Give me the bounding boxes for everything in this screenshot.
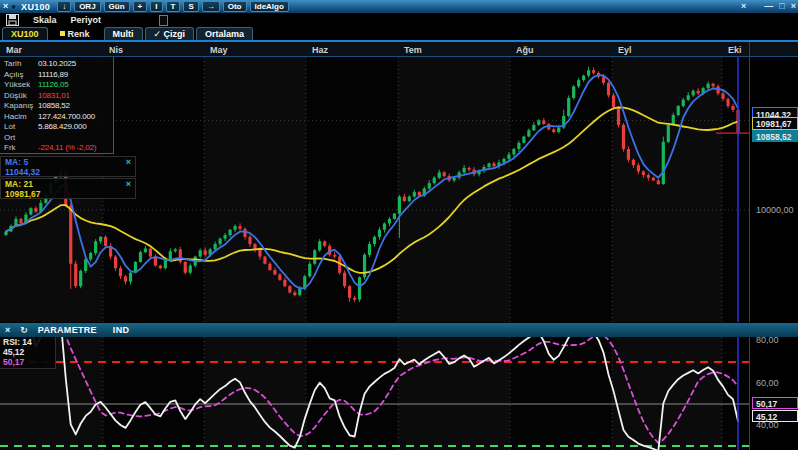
tab-cizgi[interactable]: ✓ Çizgi xyxy=(145,27,195,40)
tab-ortalama[interactable]: Ortalama xyxy=(196,27,253,40)
oto-button[interactable]: Oto xyxy=(223,1,247,12)
window-controls: × — □ × xyxy=(741,0,796,13)
ma-close-icon[interactable]: × xyxy=(126,179,131,189)
month-label-nis: Nis xyxy=(109,45,123,55)
tooltip-value: 11116,89 xyxy=(38,70,68,81)
refresh-icon[interactable]: ↻ xyxy=(20,325,28,335)
tooltip-label: Tarih xyxy=(4,59,21,70)
month-label-tem: Tem xyxy=(404,45,422,55)
i-button[interactable]: I xyxy=(150,1,162,12)
tooltip-label: Ort xyxy=(4,133,15,144)
rsi-title: RSI: 14 xyxy=(0,337,55,347)
tooltip-value: 11126,05 xyxy=(38,80,69,91)
tooltip-label: Lot xyxy=(4,122,15,133)
rsi-mov-value: 50,17 xyxy=(0,357,55,367)
rsi-chart-canvas[interactable] xyxy=(0,337,749,450)
month-label-may: May xyxy=(210,45,228,55)
close-button[interactable]: × xyxy=(791,1,796,12)
tooltip-value: 127.424.700.000 xyxy=(38,112,95,123)
ma-legend-box: MA: 5×11044,32 xyxy=(0,156,136,177)
tooltip-row: Açılış11116,89 xyxy=(0,70,113,81)
month-label-ağu: Ağu xyxy=(516,45,534,55)
ma-value: 10981,67 xyxy=(5,189,40,199)
tooltip-label: Kapanış xyxy=(4,101,33,112)
tooltip-row: Düşük10831,01 xyxy=(0,91,113,102)
right-arrow-button[interactable]: → xyxy=(202,1,220,12)
menu-skala[interactable]: Skala xyxy=(33,15,57,25)
menu-empty-box[interactable] xyxy=(159,15,168,26)
color-swatch-icon xyxy=(60,31,65,36)
month-label-haz: Haz xyxy=(312,45,328,55)
tooltip-value: 5.868.429.000 xyxy=(38,122,87,133)
rsi-axis-label: 80,00 xyxy=(756,335,779,345)
dot-icon: ● xyxy=(11,1,16,12)
s-button[interactable]: S xyxy=(183,1,198,12)
tab-xu100[interactable]: XU100 xyxy=(2,27,48,40)
tooltip-label: Açılış xyxy=(4,70,24,81)
rsi-tag: 45,12 xyxy=(752,410,798,422)
ma-value: 11044,32 xyxy=(5,167,40,177)
tab-multi[interactable]: Multi xyxy=(104,27,143,40)
minimize-button[interactable]: — xyxy=(764,1,773,12)
menu-row: Skala Periyot xyxy=(0,13,798,27)
renk-control[interactable]: Renk xyxy=(60,27,90,40)
indicator-menu-parametre[interactable]: PARAMETRE xyxy=(38,325,97,335)
renk-label: Renk xyxy=(68,29,90,39)
save-icon[interactable] xyxy=(6,14,19,26)
tooltip-row: Ort xyxy=(0,133,113,144)
rsi-value: 45,12 xyxy=(0,347,55,357)
tooltip-value: 10831,01 xyxy=(38,91,70,102)
panel-close-icon[interactable]: × xyxy=(3,1,8,12)
indicator-panel-header: × ↻ PARAMETREIND xyxy=(0,323,798,337)
price-axis-label: 10000,00 xyxy=(756,205,794,215)
window-titlebar: × ● XU100 ↓ORJGün+ITS→OtoideAlgo × — □ × xyxy=(0,0,798,13)
symbol-title: XU100 xyxy=(21,2,50,12)
ma-label: MA: 21 xyxy=(5,179,33,189)
titlebar-buttons: ↓ORJGün+ITS→OtoideAlgo xyxy=(57,1,289,12)
tooltip-row: Hacim127.424.700.000 xyxy=(0,112,113,123)
tooltip-value: -224,11 (% -2,02) xyxy=(38,143,96,154)
indicator-menu-ind[interactable]: IND xyxy=(113,325,129,335)
tooltip-value: 10858,52 xyxy=(38,101,70,112)
rsi-legend: RSI: 14 45,12 50,17 xyxy=(0,337,56,369)
down-arrow-button[interactable]: ↓ xyxy=(57,1,71,12)
indicator-menu: PARAMETREIND xyxy=(38,325,129,335)
tooltip-row: Kapanış10858,52 xyxy=(0,101,113,112)
toolbar-close-icon[interactable]: × xyxy=(741,1,746,12)
tooltip-row: Tarih03.10.2025 xyxy=(0,59,113,70)
rsi-axis-label: 60,00 xyxy=(756,378,779,388)
tooltip-label: Düşük xyxy=(4,91,27,102)
price-tag: 10981,67 xyxy=(752,117,798,130)
t-button[interactable]: T xyxy=(166,1,181,12)
tooltip-value: 03.10.2025 xyxy=(38,59,76,70)
ma-label: MA: 5 xyxy=(5,157,28,167)
tabs-container: Multi✓ ÇizgiOrtalama xyxy=(104,27,254,40)
axis-separator-rsi xyxy=(749,337,750,450)
time-axis: MarNisMayHazTemAğuEylEki xyxy=(0,42,798,57)
ohlc-tooltip: Tarih03.10.2025Açılış11116,89Yüksek11126… xyxy=(0,57,114,154)
trading-app-window: × ● XU100 ↓ORJGün+ITS→OtoideAlgo × — □ ×… xyxy=(0,0,798,450)
gun-button[interactable]: Gün xyxy=(104,1,130,12)
month-label-eyl: Eyl xyxy=(618,45,632,55)
month-label-mar: Mar xyxy=(6,45,22,55)
price-tag: 10858,52 xyxy=(752,130,798,142)
tooltip-label: Yüksek xyxy=(4,80,30,91)
indicator-close-icon[interactable]: × xyxy=(5,325,10,335)
rsi-tag: 50,17 xyxy=(752,397,798,409)
menu-periyot[interactable]: Periyot xyxy=(71,15,102,25)
tooltip-row: Lot5.868.429.000 xyxy=(0,122,113,133)
axis-separator xyxy=(749,42,750,322)
ma-close-icon[interactable]: × xyxy=(126,157,131,167)
tooltip-row: Frk-224,11 (% -2,02) xyxy=(0,143,113,154)
month-label-eki: Eki xyxy=(728,45,742,55)
tooltip-label: Frk xyxy=(4,143,16,154)
maximize-button[interactable]: □ xyxy=(779,1,784,12)
orj-button[interactable]: ORJ xyxy=(74,1,100,12)
tooltip-label: Hacim xyxy=(4,112,27,123)
chart-tab-row: XU100 Renk Multi✓ ÇizgiOrtalama xyxy=(0,27,798,40)
ma-legend-box: MA: 21×10981,67 xyxy=(0,178,136,199)
plus-button[interactable]: + xyxy=(133,1,148,12)
tooltip-row: Yüksek11126,05 xyxy=(0,80,113,91)
idealgo-button[interactable]: ideAlgo xyxy=(250,1,289,12)
